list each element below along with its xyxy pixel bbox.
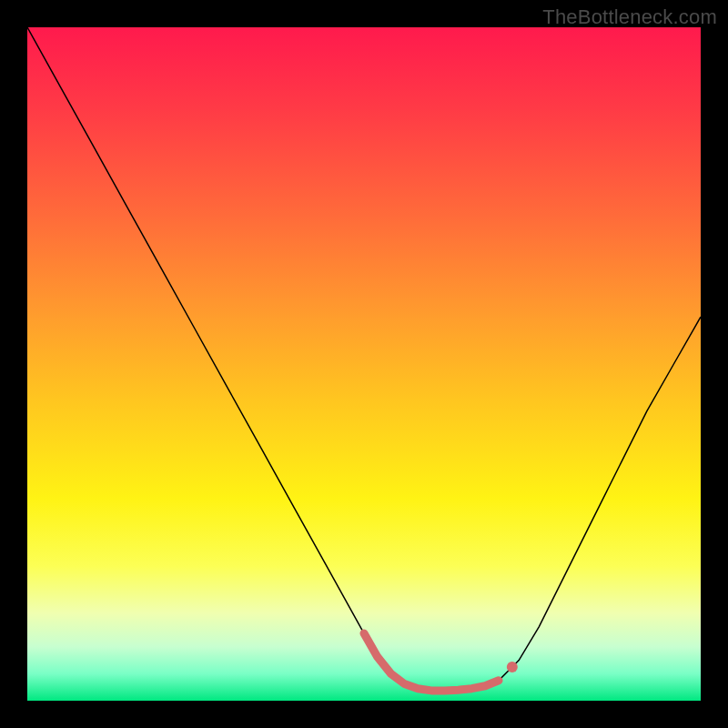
chart-frame: TheBottleneck.com	[0, 0, 728, 728]
highlight-endcap-right	[507, 662, 518, 672]
watermark-text: TheBottleneck.com	[542, 5, 717, 29]
series-curve	[27, 27, 701, 691]
plot-area	[27, 27, 701, 701]
chart-svg	[27, 27, 701, 701]
series-highlight	[364, 633, 499, 691]
